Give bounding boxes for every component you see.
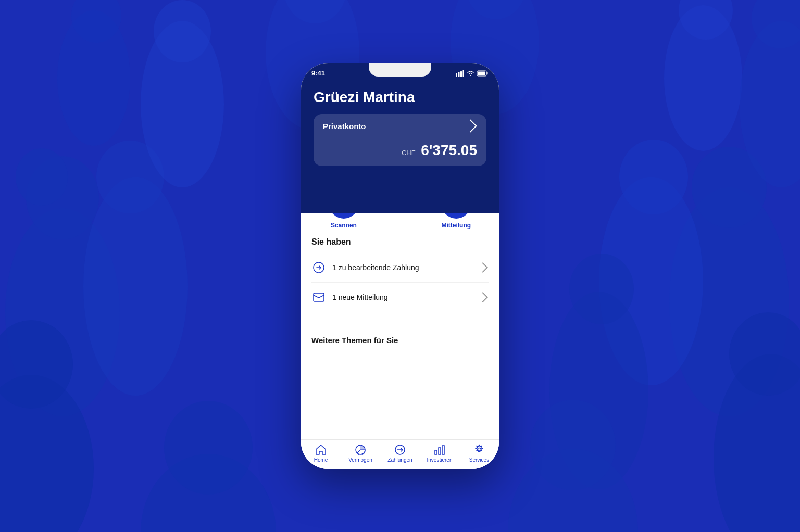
chart-icon [434, 444, 445, 455]
message-chevron-icon [478, 292, 488, 302]
home-nav-icon [315, 444, 327, 455]
svg-rect-37 [478, 71, 485, 75]
svg-rect-52 [439, 448, 441, 454]
greeting-text: Grüezi Martina [314, 89, 486, 106]
scannen-label: Scannen [331, 222, 357, 229]
svg-point-8 [154, 0, 211, 62]
pie-icon [355, 444, 366, 455]
mitteilung-button[interactable] [442, 213, 471, 219]
zahlungen-nav-icon [394, 444, 406, 455]
account-chevron-icon [464, 119, 477, 132]
phone-header: Grüezi Martina Privatkonto CHF 6'375.05 [301, 81, 499, 213]
svg-point-14 [619, 140, 688, 214]
notifications-section: Sie haben 1 zu bearbeitende Zahlung [301, 237, 499, 328]
more-section: Weitere Themen für Sie [301, 328, 499, 349]
account-title: Privatkonto [323, 122, 366, 131]
nav-vermogen[interactable]: Vermögen [341, 444, 380, 463]
svg-rect-33 [460, 71, 462, 77]
svg-point-2 [16, 148, 68, 206]
notifications-title: Sie haben [311, 237, 489, 247]
wifi-icon [467, 70, 474, 77]
notification-payment[interactable]: 1 zu bearbeitende Zahlung [311, 253, 489, 283]
actions-row: Scannen [301, 213, 499, 229]
nav-investieren[interactable]: Investieren [420, 444, 459, 463]
gear-icon [473, 444, 485, 455]
balance-currency: CHF [402, 149, 416, 157]
svg-rect-31 [456, 73, 457, 77]
mitteilung-label: Mitteilung [441, 222, 471, 229]
status-icons [456, 70, 489, 77]
vermogen-nav-icon [354, 444, 367, 455]
home-nav-label: Home [314, 457, 328, 463]
vermogen-nav-label: Vermögen [348, 457, 372, 463]
svg-rect-36 [487, 72, 488, 74]
investieren-nav-icon [433, 444, 446, 455]
nav-home[interactable]: Home [301, 444, 341, 463]
services-nav-icon [473, 444, 485, 455]
phone-body: Scannen [301, 213, 499, 469]
payment-chevron-icon [478, 262, 488, 273]
svg-rect-32 [458, 72, 460, 77]
investieren-nav-label: Investieren [427, 457, 453, 463]
svg-rect-48 [314, 293, 324, 301]
status-bar: 9:41 [301, 63, 499, 81]
account-card[interactable]: Privatkonto CHF 6'375.05 [314, 114, 486, 166]
battery-icon [477, 70, 489, 77]
envelope-icon [313, 293, 324, 302]
home-icon [315, 444, 327, 455]
message-envelope-icon [311, 290, 326, 305]
svg-point-18 [569, 254, 634, 324]
svg-point-30 [530, 400, 616, 490]
account-balance: CHF 6'375.05 [323, 142, 477, 159]
more-title: Weitere Themen für Sie [311, 336, 489, 345]
svg-point-28 [164, 401, 253, 495]
svg-rect-53 [442, 446, 444, 454]
balance-amount: 6'375.05 [421, 142, 477, 158]
arrow-circle-nav-icon [394, 444, 406, 455]
bottom-nav: Home Vermögen [301, 439, 499, 469]
signal-icon [456, 70, 464, 77]
payment-notification-text: 1 zu bearbeitende Zahlung [332, 263, 479, 272]
action-mitteilung[interactable]: Mitteilung [441, 213, 471, 229]
scannen-button[interactable] [329, 213, 358, 219]
status-time: 9:41 [311, 69, 325, 77]
nav-services[interactable]: Services [459, 444, 499, 463]
zahlungen-nav-label: Zahlungen [388, 457, 412, 463]
services-nav-label: Services [469, 457, 489, 463]
payment-arrow-icon [311, 260, 326, 275]
arrow-circle-icon [313, 262, 324, 273]
svg-rect-34 [463, 70, 465, 77]
phone-mockup: 9:41 [301, 63, 499, 469]
message-notification-text: 1 neue Mitteilung [332, 293, 479, 301]
nav-zahlungen[interactable]: Zahlungen [380, 444, 420, 463]
svg-rect-51 [435, 450, 437, 454]
notification-message[interactable]: 1 neue Mitteilung [311, 283, 489, 312]
phone-frame: 9:41 [301, 63, 499, 469]
notch [369, 63, 431, 77]
action-scannen[interactable]: Scannen [329, 213, 358, 229]
